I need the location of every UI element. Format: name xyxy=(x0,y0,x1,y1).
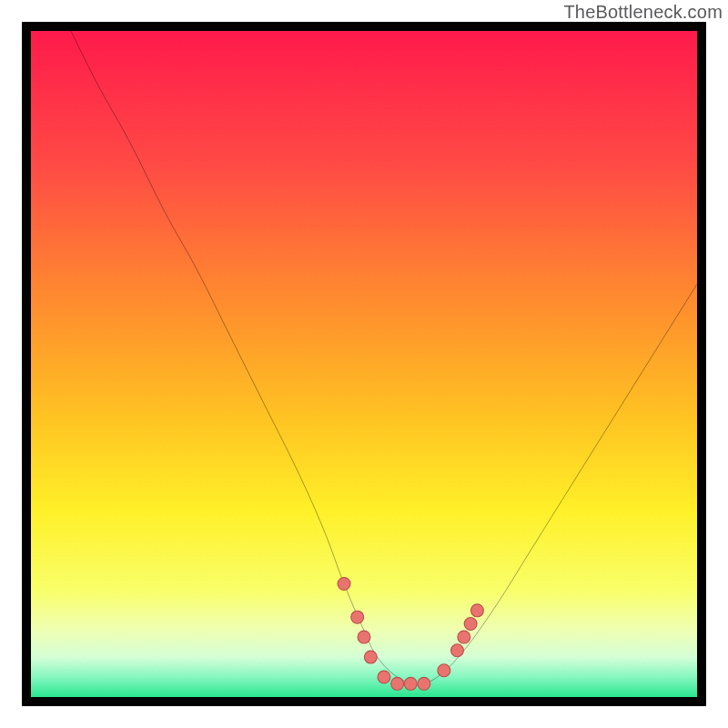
svg-rect-0 xyxy=(31,31,697,697)
chart-stage: TheBottleneck.com xyxy=(0,0,728,728)
watermark-text: TheBottleneck.com xyxy=(563,2,723,23)
background-gradient xyxy=(31,31,697,697)
plot-frame xyxy=(22,22,706,706)
